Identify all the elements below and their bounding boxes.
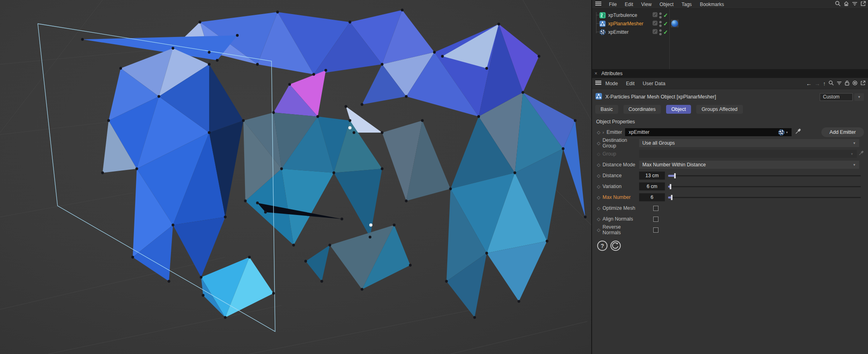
chevron-down-icon: ▼ — [858, 95, 861, 99]
object-name-selected[interactable]: xpPlanarMesher — [608, 21, 643, 27]
footer-buttons: ? — [595, 240, 865, 253]
menu-bookmarks[interactable]: Bookmarks — [696, 2, 728, 7]
turbulence-icon[interactable] — [599, 12, 606, 18]
search-icon[interactable] — [835, 1, 841, 8]
distance-mode-row: ◇ Distance Mode Max Number Within Distan… — [595, 161, 865, 169]
variation-slider[interactable] — [668, 182, 861, 190]
filter-icon[interactable] — [852, 1, 858, 7]
home-icon[interactable] — [843, 1, 849, 8]
emitter-icon[interactable] — [599, 29, 606, 35]
reverse-normals-checkbox[interactable] — [653, 227, 658, 233]
object-state-icons: ✓ — [652, 29, 668, 36]
chevron-down-icon: ▼ — [850, 152, 854, 156]
planar-mesher-icon[interactable] — [599, 20, 606, 27]
pencil-icon — [858, 150, 864, 158]
attributes-menu-userdata[interactable]: User Data — [643, 81, 665, 86]
attributes-content: X-Particles Planar Mesh Object [xpPlanar… — [592, 89, 868, 253]
distance-mode-dropdown[interactable]: Max Number Within Distance ▼ — [639, 161, 859, 169]
attributes-title-bar: × Attributes — [592, 69, 868, 78]
search-icon[interactable] — [829, 80, 834, 87]
add-emitter-button[interactable]: Add Emitter — [821, 127, 864, 137]
attributes-menu-bar: Mode Edit User Data ← → ↑ — [592, 78, 868, 89]
emitter-input[interactable]: xpEmitter — [625, 128, 778, 136]
menu-view[interactable]: View — [637, 2, 656, 7]
forward-arrow-icon[interactable]: → — [815, 80, 820, 87]
layer-toggle-icon[interactable] — [652, 12, 658, 19]
close-icon[interactable]: × — [594, 71, 597, 76]
object-row-xpturbulence[interactable]: xpTurbulence ✓ — [592, 11, 868, 19]
diamond-icon: ◇ — [597, 173, 603, 178]
menu-file[interactable]: File — [605, 2, 621, 7]
reset-circle-icon[interactable] — [610, 240, 621, 253]
new-window-icon[interactable] — [860, 1, 866, 8]
menu-edit[interactable]: Edit — [621, 2, 637, 7]
diamond-icon: ◇ — [597, 206, 603, 211]
visibility-dots-icon[interactable] — [659, 12, 662, 18]
up-arrow-icon[interactable]: ↑ — [823, 80, 826, 87]
viewport-canvas[interactable] — [0, 0, 591, 354]
menu-hamburger-icon[interactable] — [595, 1, 601, 7]
preset-dropdown-value[interactable]: Custom — [820, 93, 853, 101]
attributes-toolbar-icons: ← → ↑ — [806, 80, 868, 87]
distance-row: ◇ Distance 13 cm — [595, 172, 865, 180]
destination-group-dropdown[interactable]: Use all Groups ▼ — [639, 139, 859, 147]
menu-bar: File Edit View Object Tags Bookmarks — [592, 0, 868, 9]
3d-viewport[interactable] — [0, 0, 591, 354]
align-normals-checkbox[interactable] — [653, 217, 658, 222]
object-manager: xpTurbulence ✓ xpPlanarMesher — [592, 9, 868, 69]
object-state-icons: ✓ — [652, 20, 668, 27]
enabled-check-icon[interactable]: ✓ — [663, 20, 668, 27]
preset-dropdown[interactable]: Custom ▼ — [820, 93, 864, 101]
emitter-link-button[interactable]: ▼ — [778, 128, 792, 136]
distance-input[interactable]: 13 cm — [639, 172, 665, 180]
filter-icon[interactable] — [837, 81, 842, 86]
max-number-input[interactable]: 6 — [639, 193, 665, 201]
enabled-check-icon[interactable]: ✓ — [663, 29, 668, 35]
emitter-label: Emitter — [607, 129, 625, 135]
max-number-label: Max Number — [603, 194, 639, 200]
object-name[interactable]: xpEmitter — [608, 29, 629, 35]
preset-dropdown-arrow[interactable]: ▼ — [854, 93, 864, 101]
help-circle-icon[interactable]: ? — [597, 240, 608, 253]
tab-object[interactable]: Object — [666, 105, 691, 114]
max-number-slider[interactable] — [668, 193, 861, 201]
object-row-xpemitter[interactable]: xpEmitter ✓ — [592, 28, 868, 36]
optimize-mesh-checkbox[interactable] — [653, 206, 658, 211]
optimize-mesh-label: Optimize Mesh — [603, 205, 639, 211]
tab-basic[interactable]: Basic — [595, 105, 618, 114]
diamond-icon: ◇ — [597, 151, 603, 157]
material-preview-sphere[interactable] — [671, 20, 679, 27]
align-normals-row: ◇ Align Normals — [595, 215, 865, 223]
diamond-icon: ◇ — [597, 141, 603, 146]
layer-toggle-icon[interactable] — [652, 29, 658, 36]
diamond-icon: ◇ — [597, 184, 603, 189]
object-name[interactable]: xpTurbulence — [608, 12, 637, 18]
menu-object[interactable]: Object — [656, 2, 678, 7]
layer-toggle-icon[interactable] — [652, 20, 658, 27]
reverse-normals-label: Reverse Normals — [603, 224, 639, 235]
attributes-menu-mode[interactable]: Mode — [605, 81, 618, 86]
eyedropper-icon[interactable] — [795, 128, 801, 136]
object-title-row: X-Particles Planar Mesh Object [xpPlanar… — [595, 92, 865, 102]
chevron-right-icon[interactable]: › — [603, 130, 607, 135]
enabled-check-icon[interactable]: ✓ — [663, 12, 668, 18]
object-row-xpplanarmesher[interactable]: xpPlanarMesher ✓ — [592, 19, 868, 28]
menu-tags[interactable]: Tags — [678, 2, 696, 7]
target-icon[interactable] — [852, 80, 858, 87]
tab-coordinates[interactable]: Coordinates — [623, 105, 661, 114]
attributes-menu-edit[interactable]: Edit — [626, 81, 635, 86]
variation-input[interactable]: 6 cm — [639, 182, 665, 190]
attributes-hamburger-icon[interactable] — [595, 80, 601, 86]
distance-mode-label: Distance Mode — [603, 162, 639, 168]
distance-slider[interactable] — [668, 172, 861, 180]
group-dropdown: ▼ — [639, 150, 857, 158]
tab-groups-affected[interactable]: Groups Affected — [696, 105, 743, 114]
visibility-dots-icon[interactable] — [659, 21, 662, 27]
lock-icon[interactable] — [845, 80, 849, 87]
back-arrow-icon[interactable]: ← — [806, 80, 812, 87]
right-panel: File Edit View Object Tags Bookmarks — [591, 0, 868, 354]
new-window-icon[interactable] — [860, 80, 866, 87]
visibility-dots-icon[interactable] — [659, 29, 662, 35]
reverse-normals-row: ◇ Reverse Normals — [595, 226, 865, 234]
chevron-down-icon: ▼ — [853, 141, 856, 145]
